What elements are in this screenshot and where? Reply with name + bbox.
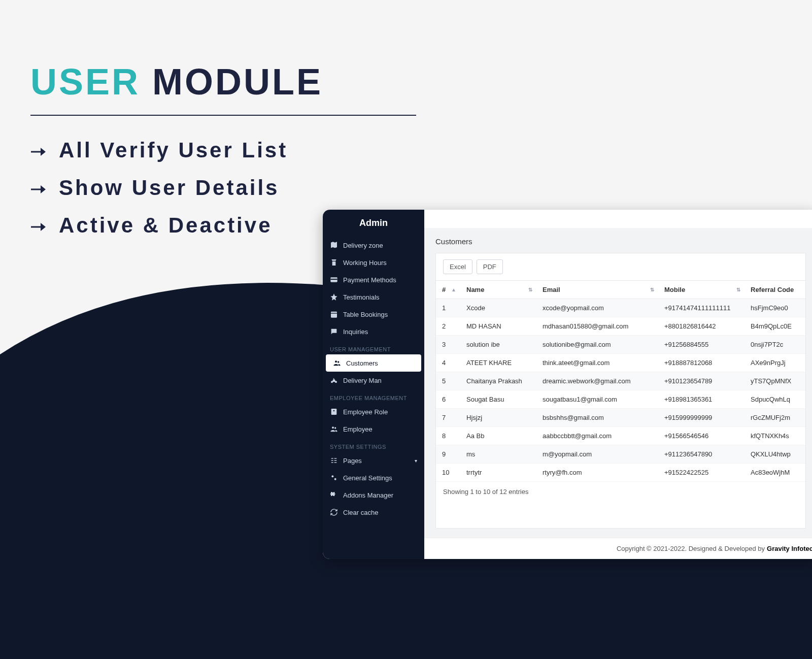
export-excel-button[interactable]: Excel — [443, 259, 472, 274]
export-pdf-button[interactable]: PDF — [477, 259, 503, 274]
cell-index: 9 — [436, 445, 460, 464]
svg-point-17 — [334, 427, 336, 429]
cell-index: 8 — [436, 427, 460, 445]
sidebar-item-label: Delivery zone — [343, 242, 383, 249]
cell-mobile: +8801826816442 — [658, 317, 745, 336]
sidebar-section-system: SYSTEM SETTINGS — [323, 438, 424, 452]
cell-name: Aa Bb — [460, 427, 536, 445]
hero-item-label: Active & Deactive — [59, 213, 273, 238]
table-row[interactable]: 4ATEET KHAREthink.ateet@gmail.com+918887… — [436, 354, 805, 372]
cell-referral: kfQTNXKh4s — [745, 427, 805, 445]
svg-rect-9 — [331, 313, 337, 313]
footer-company[interactable]: Gravity Infotech — [767, 545, 812, 552]
sidebar-item-general-settings[interactable]: General Settings — [323, 469, 424, 486]
main: Customers Excel PDF #▲ Name⇅ Email⇅ Mobi… — [424, 210, 812, 559]
cell-referral: hsFjmC9eo0 — [745, 299, 805, 317]
table-row[interactable]: 2MD HASANmdhasan015880@gmail.com+8801826… — [436, 317, 805, 336]
cell-name: Hjsjzj — [460, 409, 536, 427]
sidebar-item-label: Inquiries — [343, 328, 368, 336]
svg-point-15 — [333, 410, 335, 412]
cell-name: ATEET KHARE — [460, 354, 536, 372]
cell-email: sougatbasu1@gmail.com — [536, 390, 658, 409]
cell-mobile: +911236547890 — [658, 445, 745, 464]
sidebar-item-table-bookings[interactable]: Table Bookings — [323, 306, 424, 323]
pages-icon — [330, 456, 338, 465]
cell-index: 5 — [436, 372, 460, 390]
cell-email: mdhasan015880@gmail.com — [536, 317, 658, 336]
th-name[interactable]: Name⇅ — [460, 281, 536, 299]
svg-point-10 — [335, 360, 337, 363]
sidebar-item-delivery-zone[interactable]: Delivery zone — [323, 237, 424, 254]
cell-name: Chaitanya Prakash — [460, 372, 536, 390]
sidebar-item-label: General Settings — [343, 474, 392, 482]
cell-mobile: +91256884555 — [658, 336, 745, 354]
th-referral[interactable]: Referral Code — [745, 281, 805, 299]
hero-item-label: All Verify User List — [59, 138, 288, 162]
cell-index: 4 — [436, 354, 460, 372]
chevron-down-icon: ▾ — [415, 458, 417, 464]
svg-marker-3 — [41, 185, 46, 193]
sidebar-item-label: Testimonials — [343, 293, 380, 301]
table-row[interactable]: 9msm@yopmail.com+911236547890QKXLU4htwp — [436, 445, 805, 464]
svg-point-24 — [331, 475, 333, 477]
svg-point-25 — [334, 478, 336, 480]
svg-rect-7 — [330, 279, 337, 280]
puzzle-icon — [330, 491, 338, 499]
topbar — [424, 210, 812, 228]
cell-email: rtyry@fh.com — [536, 464, 658, 482]
admin-panel: Admin Delivery zoneWorking HoursPayment … — [323, 210, 812, 559]
cell-referral: B4m9QpLc0E — [745, 317, 805, 336]
sidebar-section-user: USER MANAGEMENT — [323, 340, 424, 354]
calendar-icon — [330, 310, 338, 318]
svg-rect-19 — [331, 460, 333, 460]
sidebar-item-employee[interactable]: Employee — [323, 420, 424, 438]
cell-referral: Ac83eoWjhM — [745, 464, 805, 482]
cell-mobile: +910123654789 — [658, 372, 745, 390]
badge-icon — [330, 408, 338, 416]
cell-email: bsbshhs@gmail.com — [536, 409, 658, 427]
sidebar-item-clear-cache[interactable]: Clear cache — [323, 504, 424, 521]
card-icon — [330, 276, 338, 284]
sidebar-item-employee-role[interactable]: Employee Role — [323, 403, 424, 420]
users-icon — [330, 425, 338, 433]
table-row[interactable]: 8Aa Bbaabbccbbtt@gmail.com+91566546546kf… — [436, 427, 805, 445]
cell-index: 7 — [436, 409, 460, 427]
sort-icon: ⇅ — [650, 288, 654, 292]
table-row[interactable]: 6Sougat Basusougatbasu1@gmail.com+918981… — [436, 390, 805, 409]
sidebar-item-inquiries[interactable]: Inquiries — [323, 323, 424, 340]
sidebar-item-pages[interactable]: Pages▾ — [323, 452, 424, 469]
cell-mobile: +91522422525 — [658, 464, 745, 482]
hero-item: All Verify User List — [30, 138, 416, 162]
th-mobile[interactable]: Mobile⇅ — [658, 281, 745, 299]
table-row[interactable]: 5Chaitanya Prakashdreamic.webwork@gmail.… — [436, 372, 805, 390]
table-row[interactable]: 3solution ibesolutionibe@gmail.com+91256… — [436, 336, 805, 354]
sidebar-item-label: Pages — [343, 457, 362, 465]
table-row[interactable]: 10trrtytrrtyry@fh.com+91522422525Ac83eoW… — [436, 464, 805, 482]
cell-index: 3 — [436, 336, 460, 354]
arrow-right-icon — [30, 213, 46, 238]
table-row[interactable]: 7Hjsjzjbsbshhs@gmail.com+915999999999rGc… — [436, 409, 805, 427]
bike-icon — [330, 376, 338, 384]
sidebar-item-payment-methods[interactable]: Payment Methods — [323, 271, 424, 288]
sidebar-item-delivery-man[interactable]: Delivery Man — [323, 372, 424, 389]
sidebar-item-addons-manager[interactable]: Addons Manager — [323, 486, 424, 504]
arrow-right-icon — [30, 138, 46, 162]
map-icon — [330, 241, 338, 249]
svg-rect-22 — [334, 460, 337, 460]
sidebar-item-working-hours[interactable]: Working Hours — [323, 254, 424, 271]
cell-name: Xcode — [460, 299, 536, 317]
th-email[interactable]: Email⇅ — [536, 281, 658, 299]
svg-point-11 — [337, 361, 339, 363]
footer: Copyright © 2021-2022. Designed & Develo… — [424, 538, 812, 559]
sidebar-item-label: Clear cache — [343, 509, 378, 516]
th-index[interactable]: #▲ — [436, 281, 460, 299]
svg-rect-20 — [331, 462, 333, 463]
gear-icon — [330, 474, 338, 482]
table-row[interactable]: 1Xcodexcode@yopmail.com+9174147411111111… — [436, 299, 805, 317]
cell-referral: AXe9nPrgJj — [745, 354, 805, 372]
content: Customers Excel PDF #▲ Name⇅ Email⇅ Mobi… — [424, 228, 812, 538]
sidebar-item-customers[interactable]: Customers — [326, 354, 421, 372]
sidebar-item-testimonials[interactable]: Testimonials — [323, 288, 424, 306]
svg-rect-18 — [331, 458, 333, 458]
sidebar-brand: Admin — [323, 210, 424, 237]
